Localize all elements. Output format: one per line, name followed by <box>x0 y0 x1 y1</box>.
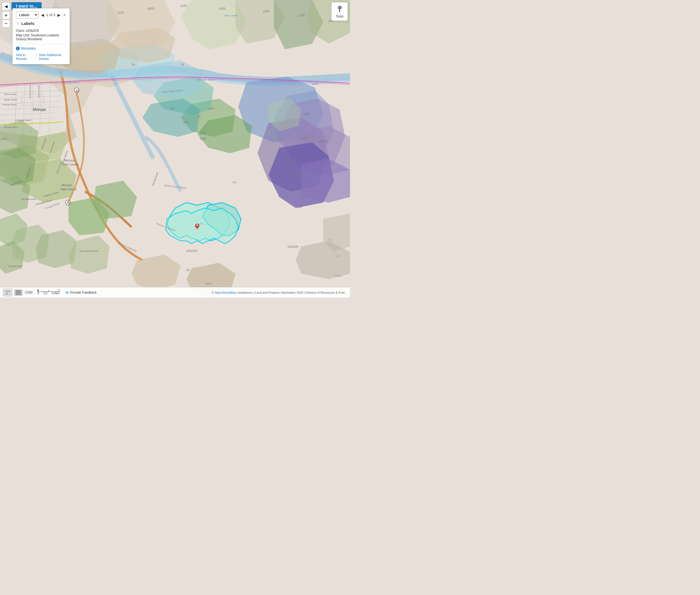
svg-text:Clr: Clr <box>233 181 236 184</box>
svg-text:Clr: Clr <box>197 115 201 118</box>
popup-next-button[interactable]: ▶ <box>56 12 62 18</box>
svg-text:Moruya: Moruya <box>33 107 46 112</box>
open-streetmap-icon[interactable]: Open Str... <box>3 288 12 297</box>
popup-panel: Labels ◀ 1 of 3 ▶ × ☆ Labels Class: e20p… <box>12 8 70 64</box>
popup-divider <box>16 44 66 44</box>
svg-text:Boro Creek: Boro Creek <box>224 14 237 17</box>
scale-icon: 1:500 <box>24 290 34 294</box>
svg-text:Pear Tree Point Rd: Pear Tree Point Rd <box>79 250 98 252</box>
feedback-icon: ✉ <box>65 290 69 295</box>
svg-text:Campbell Street: Campbell Street <box>15 119 31 121</box>
svg-text:p109: p109 <box>200 132 206 135</box>
popup-title: Labels <box>21 21 34 26</box>
metadata-icon: i <box>16 47 20 50</box>
svg-text:Church Street: Church Street <box>29 85 31 98</box>
svg-text:p102: p102 <box>118 11 124 14</box>
popup-prev-button[interactable]: ◀ <box>40 12 45 18</box>
svg-text:p509: p509 <box>301 137 307 140</box>
scale-label-04: 0.4km <box>52 292 59 295</box>
svg-text:p109: p109 <box>219 7 225 10</box>
svg-text:Murray Street: Murray Street <box>4 126 18 129</box>
svg-text:Yaccaba Drive: Yaccaba Drive <box>8 265 23 267</box>
svg-point-136 <box>339 11 340 12</box>
scale-label-02: 0.2 <box>44 292 47 295</box>
metadata-link[interactable]: i Metadata <box>16 46 66 50</box>
svg-text:Golf Course: Golf Course <box>62 163 79 166</box>
svg-rect-139 <box>16 294 21 295</box>
svg-text:e20p229: e20p229 <box>288 245 298 248</box>
svg-text:Thomas Street: Thomas Street <box>2 104 17 106</box>
svg-text:Clr: Clr <box>181 63 184 66</box>
popup-counter: 1 of 3 <box>46 13 55 17</box>
zoom-controls: + − <box>2 11 10 27</box>
svg-point-56 <box>196 224 198 226</box>
scale-bar: 0 0.2 0.4km <box>37 290 59 295</box>
svg-text:p109: p109 <box>208 107 214 110</box>
view-additional-details-link[interactable]: View Additional Details <box>39 53 66 61</box>
popup-close-button[interactable]: × <box>63 12 66 18</box>
svg-text:p109: p109 <box>298 14 305 17</box>
scale-label-0: 0 <box>37 292 39 295</box>
copyright-text: © OpenStreetMap contributors | Land and … <box>212 291 347 294</box>
svg-text:Bergalia Street: Bergalia Street <box>22 198 37 200</box>
zoom-out-button[interactable]: − <box>2 20 10 27</box>
tools-icon <box>336 5 344 14</box>
svg-text:Moruya: Moruya <box>62 183 72 187</box>
openstreetmap-link[interactable]: OpenStreetMap <box>215 291 236 294</box>
svg-text:e20p229: e20p229 <box>318 140 328 143</box>
popup-class: Class: e20p229 <box>16 29 66 33</box>
popup-map-unit: Map Unit: Southeast Lowland Grassy Woodl… <box>16 33 66 41</box>
scale-line-graphic <box>37 290 59 292</box>
svg-text:p30: p30 <box>184 121 188 124</box>
action-separator: | <box>36 53 37 61</box>
svg-rect-135 <box>339 9 340 11</box>
zoom-in-button[interactable]: + <box>2 11 10 19</box>
star-icon[interactable]: ☆ <box>16 21 20 26</box>
bottom-right-attribution: © OpenStreetMap contributors | Land and … <box>212 291 347 294</box>
popup-actions: Add to Results | View Additional Details <box>16 53 66 61</box>
bottom-bar: Open Str... 1:500 0 0.2 0.4km <box>0 287 350 298</box>
svg-text:p30: p30 <box>170 107 174 110</box>
svg-text:Lagoon: Lagoon <box>0 138 7 140</box>
popup-body: Class: e20p229 Map Unit: Southeast Lowla… <box>16 29 66 41</box>
popup-header: Labels ◀ 1 of 3 ▶ × <box>16 11 66 19</box>
tools-panel[interactable]: Tools <box>331 2 348 21</box>
svg-text:Queen Street: Queen Street <box>38 85 40 98</box>
add-to-results-link[interactable]: Add to Results <box>16 53 34 61</box>
collapse-button[interactable]: ◀ <box>2 2 10 10</box>
svg-text:e20p229: e20p229 <box>186 249 197 252</box>
layer-icon[interactable] <box>14 289 23 296</box>
bottom-left-controls: Open Str... 1:500 0 0.2 0.4km <box>3 288 97 297</box>
svg-text:Clr: Clr <box>131 63 135 66</box>
popup-navigation: ◀ 1 of 3 ▶ <box>40 12 62 18</box>
svg-text:p109: p109 <box>304 112 310 115</box>
svg-text:p109: p109 <box>200 137 206 140</box>
popup-title-row: ☆ Labels <box>16 21 66 26</box>
feedback-label: Provide Feedback <box>70 291 97 294</box>
svg-text:p509: p509 <box>148 7 154 10</box>
svg-text:p109: p109 <box>263 10 269 13</box>
svg-text:Shore Street: Shore Street <box>4 93 17 95</box>
metadata-link-text: Metadata <box>21 46 35 50</box>
svg-rect-137 <box>16 290 21 291</box>
svg-text:Moruya: Moruya <box>64 159 75 162</box>
svg-text:p109: p109 <box>296 173 302 176</box>
svg-text:Clr: Clr <box>298 205 302 208</box>
svg-text:p109: p109 <box>181 4 187 7</box>
feedback-button[interactable]: ✉ Provide Feedback <box>65 290 97 295</box>
tools-label: Tools <box>336 15 344 18</box>
scale-labels: 0 0.2 0.4km <box>37 292 59 295</box>
svg-rect-138 <box>16 292 21 293</box>
svg-text:p22...: p22... <box>199 222 206 225</box>
popup-layer-dropdown[interactable]: Labels <box>16 11 38 19</box>
svg-text:Queen Street: Queen Street <box>4 98 17 101</box>
svg-text:p3: p3 <box>186 268 190 272</box>
